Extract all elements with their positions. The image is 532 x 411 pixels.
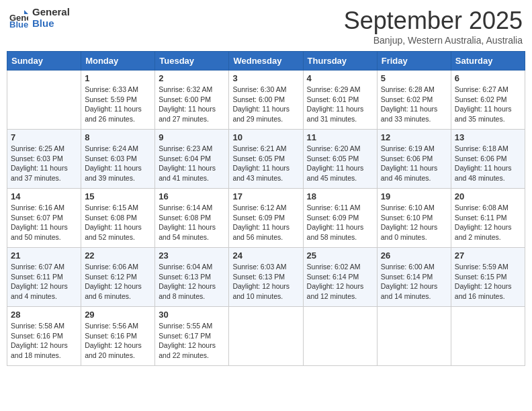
calendar-cell: 17Sunrise: 6:12 AM Sunset: 6:09 PM Dayli… xyxy=(229,189,303,248)
day-info: Sunrise: 6:29 AM Sunset: 6:01 PM Dayligh… xyxy=(307,85,373,124)
calendar-cell: 27Sunrise: 5:59 AM Sunset: 6:15 PM Dayli… xyxy=(451,248,525,307)
calendar-cell: 20Sunrise: 6:08 AM Sunset: 6:11 PM Dayli… xyxy=(451,189,525,248)
day-info: Sunrise: 6:00 AM Sunset: 6:14 PM Dayligh… xyxy=(381,262,447,302)
calendar-cell: 28Sunrise: 5:58 AM Sunset: 6:16 PM Dayli… xyxy=(7,307,81,366)
day-info: Sunrise: 5:58 AM Sunset: 6:16 PM Dayligh… xyxy=(11,321,77,361)
calendar-cell: 22Sunrise: 6:06 AM Sunset: 6:12 PM Dayli… xyxy=(81,248,155,307)
day-number: 11 xyxy=(307,132,373,142)
day-number: 30 xyxy=(159,310,225,320)
calendar-cell: 11Sunrise: 6:20 AM Sunset: 6:05 PM Dayli… xyxy=(303,130,377,189)
day-info: Sunrise: 6:08 AM Sunset: 6:11 PM Dayligh… xyxy=(455,203,521,242)
day-number: 2 xyxy=(159,73,225,83)
logo-blue-text: Blue xyxy=(32,18,70,30)
calendar-cell: 23Sunrise: 6:04 AM Sunset: 6:13 PM Dayli… xyxy=(155,248,229,307)
calendar-cell: 16Sunrise: 6:14 AM Sunset: 6:08 PM Dayli… xyxy=(155,189,229,248)
day-info: Sunrise: 6:03 AM Sunset: 6:13 PM Dayligh… xyxy=(232,262,299,302)
calendar-cell xyxy=(377,307,451,366)
logo-general-text: General xyxy=(32,7,70,18)
calendar-cell: 5Sunrise: 6:28 AM Sunset: 6:02 PM Daylig… xyxy=(377,71,451,130)
day-info: Sunrise: 6:12 AM Sunset: 6:09 PM Dayligh… xyxy=(232,203,299,242)
weekday-header-wednesday: Wednesday xyxy=(229,52,303,71)
day-number: 22 xyxy=(85,250,151,261)
day-info: Sunrise: 6:30 AM Sunset: 6:00 PM Dayligh… xyxy=(232,85,299,124)
day-info: Sunrise: 6:21 AM Sunset: 6:05 PM Dayligh… xyxy=(232,144,299,183)
day-number: 13 xyxy=(455,132,521,142)
calendar-cell: 30Sunrise: 5:55 AM Sunset: 6:17 PM Dayli… xyxy=(155,307,229,366)
calendar-cell: 10Sunrise: 6:21 AM Sunset: 6:05 PM Dayli… xyxy=(229,130,303,189)
day-number: 16 xyxy=(159,191,225,201)
day-info: Sunrise: 6:16 AM Sunset: 6:07 PM Dayligh… xyxy=(11,203,77,242)
day-number: 9 xyxy=(159,132,225,142)
day-number: 28 xyxy=(11,310,77,320)
day-number: 6 xyxy=(455,73,521,83)
calendar-cell: 19Sunrise: 6:10 AM Sunset: 6:10 PM Dayli… xyxy=(377,189,451,248)
calendar-cell xyxy=(7,71,81,130)
day-info: Sunrise: 6:04 AM Sunset: 6:13 PM Dayligh… xyxy=(159,262,225,302)
calendar-cell: 26Sunrise: 6:00 AM Sunset: 6:14 PM Dayli… xyxy=(377,248,451,307)
calendar-cell: 7Sunrise: 6:25 AM Sunset: 6:03 PM Daylig… xyxy=(7,130,81,189)
weekday-header-saturday: Saturday xyxy=(451,52,525,71)
day-info: Sunrise: 6:07 AM Sunset: 6:11 PM Dayligh… xyxy=(11,262,77,302)
calendar-cell: 8Sunrise: 6:24 AM Sunset: 6:03 PM Daylig… xyxy=(81,130,155,189)
weekday-header-friday: Friday xyxy=(377,52,451,71)
day-number: 20 xyxy=(455,191,521,201)
day-number: 15 xyxy=(85,191,151,201)
calendar-week-row: 21Sunrise: 6:07 AM Sunset: 6:11 PM Dayli… xyxy=(7,248,525,307)
calendar-cell: 21Sunrise: 6:07 AM Sunset: 6:11 PM Dayli… xyxy=(7,248,81,307)
calendar-cell xyxy=(229,307,303,366)
calendar-table: SundayMondayTuesdayWednesdayThursdayFrid… xyxy=(7,51,525,366)
day-info: Sunrise: 6:06 AM Sunset: 6:12 PM Dayligh… xyxy=(85,262,151,302)
day-number: 21 xyxy=(11,250,77,261)
day-info: Sunrise: 6:24 AM Sunset: 6:03 PM Dayligh… xyxy=(85,144,151,183)
svg-text:Blue: Blue xyxy=(9,19,28,28)
day-number: 17 xyxy=(232,191,299,201)
day-number: 27 xyxy=(455,250,521,261)
day-info: Sunrise: 6:28 AM Sunset: 6:02 PM Dayligh… xyxy=(381,85,447,124)
day-info: Sunrise: 6:10 AM Sunset: 6:10 PM Dayligh… xyxy=(381,203,447,242)
weekday-header-monday: Monday xyxy=(81,52,155,71)
weekday-header-thursday: Thursday xyxy=(303,52,377,71)
day-number: 29 xyxy=(85,310,151,320)
page-header: General Blue General Blue September 2025… xyxy=(7,7,525,46)
day-info: Sunrise: 5:56 AM Sunset: 6:16 PM Dayligh… xyxy=(85,321,151,361)
calendar-week-row: 1Sunrise: 6:33 AM Sunset: 5:59 PM Daylig… xyxy=(7,71,525,130)
calendar-cell: 4Sunrise: 6:29 AM Sunset: 6:01 PM Daylig… xyxy=(303,71,377,130)
calendar-cell: 1Sunrise: 6:33 AM Sunset: 5:59 PM Daylig… xyxy=(81,71,155,130)
day-number: 19 xyxy=(381,191,447,201)
day-info: Sunrise: 6:27 AM Sunset: 6:02 PM Dayligh… xyxy=(455,85,521,124)
day-number: 8 xyxy=(85,132,151,142)
calendar-cell xyxy=(303,307,377,366)
day-info: Sunrise: 6:20 AM Sunset: 6:05 PM Dayligh… xyxy=(307,144,373,183)
day-number: 12 xyxy=(381,132,447,142)
day-info: Sunrise: 6:25 AM Sunset: 6:03 PM Dayligh… xyxy=(11,144,77,183)
title-block: September 2025 Banjup, Western Australia… xyxy=(344,7,523,46)
calendar-cell: 14Sunrise: 6:16 AM Sunset: 6:07 PM Dayli… xyxy=(7,189,81,248)
day-info: Sunrise: 6:11 AM Sunset: 6:09 PM Dayligh… xyxy=(307,203,373,242)
calendar-cell: 6Sunrise: 6:27 AM Sunset: 6:02 PM Daylig… xyxy=(451,71,525,130)
day-info: Sunrise: 6:19 AM Sunset: 6:06 PM Dayligh… xyxy=(381,144,447,183)
logo-icon: General Blue xyxy=(9,9,28,28)
calendar-week-row: 14Sunrise: 6:16 AM Sunset: 6:07 PM Dayli… xyxy=(7,189,525,248)
day-info: Sunrise: 5:55 AM Sunset: 6:17 PM Dayligh… xyxy=(159,321,225,361)
calendar-cell: 2Sunrise: 6:32 AM Sunset: 6:00 PM Daylig… xyxy=(155,71,229,130)
location-subtitle: Banjup, Western Australia, Australia xyxy=(344,35,523,46)
calendar-cell: 13Sunrise: 6:18 AM Sunset: 6:06 PM Dayli… xyxy=(451,130,525,189)
calendar-week-row: 7Sunrise: 6:25 AM Sunset: 6:03 PM Daylig… xyxy=(7,130,525,189)
day-number: 24 xyxy=(232,250,299,261)
day-info: Sunrise: 6:02 AM Sunset: 6:14 PM Dayligh… xyxy=(307,262,373,302)
calendar-cell: 18Sunrise: 6:11 AM Sunset: 6:09 PM Dayli… xyxy=(303,189,377,248)
month-title: September 2025 xyxy=(344,7,523,35)
calendar-cell: 3Sunrise: 6:30 AM Sunset: 6:00 PM Daylig… xyxy=(229,71,303,130)
weekday-header-tuesday: Tuesday xyxy=(155,52,229,71)
svg-marker-2 xyxy=(24,10,28,14)
day-number: 5 xyxy=(381,73,447,83)
day-number: 3 xyxy=(232,73,299,83)
day-number: 7 xyxy=(11,132,77,142)
calendar-cell: 12Sunrise: 6:19 AM Sunset: 6:06 PM Dayli… xyxy=(377,130,451,189)
day-number: 25 xyxy=(307,250,373,261)
day-info: Sunrise: 6:15 AM Sunset: 6:08 PM Dayligh… xyxy=(85,203,151,242)
day-number: 23 xyxy=(159,250,225,261)
day-number: 26 xyxy=(381,250,447,261)
day-number: 10 xyxy=(232,132,299,142)
day-number: 1 xyxy=(85,73,151,83)
